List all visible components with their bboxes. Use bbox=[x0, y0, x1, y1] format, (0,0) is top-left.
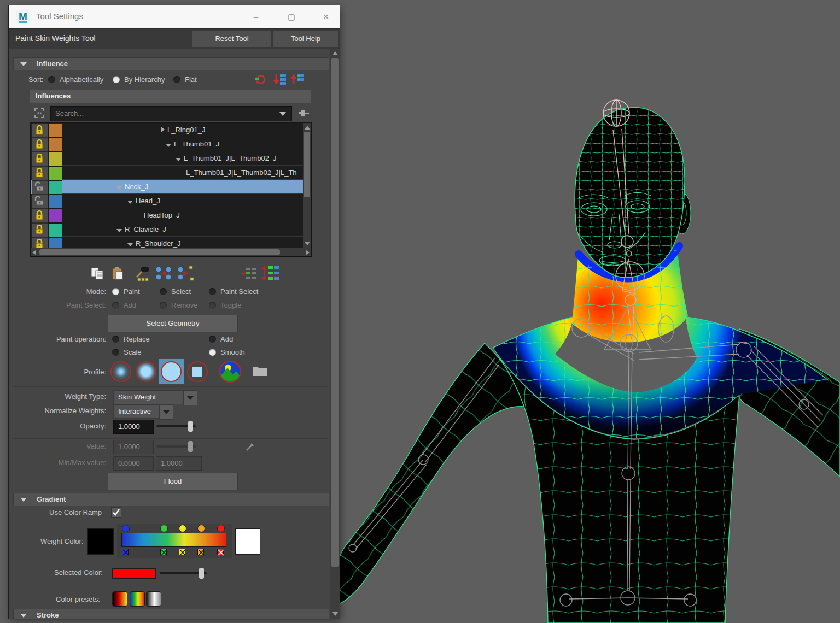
normalize-dropdown-arrow[interactable] bbox=[159, 404, 173, 420]
lock-toggle[interactable] bbox=[32, 166, 48, 180]
stroke-section-header[interactable]: Stroke bbox=[13, 609, 329, 619]
search-dropdown-icon[interactable] bbox=[279, 112, 286, 116]
influence-row[interactable]: HeadTop_J bbox=[31, 208, 294, 222]
influence-color-swatch[interactable] bbox=[48, 166, 62, 180]
influence-row[interactable]: R_Clavicle_J bbox=[31, 222, 294, 237]
selected-color-swatch[interactable] bbox=[112, 568, 156, 579]
move-weights-left-icon[interactable] bbox=[176, 265, 195, 281]
influence-name[interactable]: Head_J bbox=[62, 194, 312, 208]
influence-row[interactable]: L_Thumb01_J|L_Thumb02_J|L_Th bbox=[31, 166, 294, 180]
ramp-marker-circle[interactable] bbox=[179, 525, 186, 532]
brush-solid-selected[interactable] bbox=[159, 359, 184, 384]
lock-toggle[interactable] bbox=[32, 138, 48, 152]
use-color-ramp-checkbox[interactable] bbox=[111, 507, 121, 518]
pin-icon[interactable] bbox=[296, 107, 311, 120]
opacity-slider[interactable] bbox=[156, 425, 196, 427]
influence-name[interactable]: L_Ring01_J bbox=[62, 123, 312, 137]
influence-color-swatch[interactable] bbox=[48, 209, 62, 223]
influence-color-swatch[interactable] bbox=[48, 195, 62, 209]
sort-flat-radio[interactable] bbox=[173, 76, 180, 83]
influences-list[interactable]: L_Ring01_J L_Thumb01_J bbox=[30, 122, 312, 257]
sort-alphabetically-radio[interactable] bbox=[48, 76, 55, 83]
paste-vertex-weights-icon[interactable] bbox=[261, 265, 279, 281]
op-replace-radio[interactable] bbox=[112, 336, 119, 343]
preset-black-red-yellow[interactable] bbox=[112, 591, 127, 607]
tree-expand-icon[interactable] bbox=[127, 243, 133, 246]
brush-soft-icon[interactable] bbox=[136, 361, 156, 382]
op-add-radio[interactable] bbox=[209, 336, 216, 343]
ramp-marker-delete[interactable] bbox=[197, 549, 204, 555]
list-horizontal-scrollbar[interactable] bbox=[31, 248, 311, 256]
preset-rainbow[interactable] bbox=[130, 591, 145, 607]
mode-paint-radio[interactable] bbox=[112, 288, 119, 295]
tree-expand-icon[interactable] bbox=[176, 158, 181, 161]
tree-expand-icon[interactable] bbox=[127, 201, 133, 204]
influence-color-swatch[interactable] bbox=[48, 223, 62, 237]
weight-color-max-swatch[interactable] bbox=[235, 528, 260, 555]
ramp-marker-circle[interactable] bbox=[217, 525, 225, 532]
minimize-button[interactable]: – bbox=[245, 10, 267, 24]
lock-toggle[interactable] bbox=[32, 152, 48, 166]
sort-up-icon[interactable] bbox=[290, 73, 304, 86]
opacity-field[interactable]: 1.0000 bbox=[113, 420, 154, 434]
brush-gaussian-icon[interactable] bbox=[110, 361, 131, 382]
influence-row[interactable]: Neck_J bbox=[31, 180, 294, 194]
select-filter-icon[interactable] bbox=[33, 107, 46, 120]
tree-expand-icon[interactable] bbox=[161, 127, 165, 132]
mode-select-radio[interactable] bbox=[160, 288, 167, 295]
ramp-marker-circle[interactable] bbox=[122, 525, 130, 532]
influence-row[interactable]: L_Thumb01_J|L_Thumb02_J bbox=[31, 151, 294, 166]
ramp-marker-delete[interactable] bbox=[122, 549, 129, 555]
mode-paint-select-radio[interactable] bbox=[209, 288, 216, 295]
move-weights-right-icon[interactable] bbox=[154, 265, 173, 281]
influence-row[interactable]: L_Ring01_J bbox=[31, 123, 294, 137]
paste-weights-icon[interactable] bbox=[110, 266, 127, 281]
influence-name[interactable]: R_Clavicle_J bbox=[62, 222, 312, 237]
influence-name[interactable]: L_Thumb01_J|L_Thumb02_J bbox=[62, 151, 312, 166]
tool-help-button[interactable]: Tool Help bbox=[273, 31, 338, 47]
ramp-marker-delete[interactable] bbox=[179, 549, 185, 555]
copy-weights-icon[interactable] bbox=[90, 266, 106, 281]
tree-expand-icon[interactable] bbox=[166, 144, 171, 147]
weight-color-min-swatch[interactable] bbox=[88, 528, 114, 555]
brush-square-icon[interactable] bbox=[187, 361, 208, 382]
influence-name[interactable]: L_Thumb01_J|L_Thumb02_J|L_Th bbox=[62, 166, 312, 180]
influence-color-swatch[interactable] bbox=[48, 180, 62, 195]
influence-name[interactable]: HeadTop_J bbox=[62, 208, 312, 222]
selected-color-slider[interactable] bbox=[160, 572, 207, 574]
refresh-sort-icon[interactable] bbox=[254, 73, 268, 86]
influence-color-swatch[interactable] bbox=[48, 138, 62, 152]
gradient-section-header[interactable]: Gradient bbox=[13, 493, 329, 506]
influence-row[interactable]: L_Thumb01_J bbox=[31, 137, 294, 151]
close-button[interactable]: ✕ bbox=[315, 10, 337, 24]
influence-section-header[interactable]: Influence bbox=[13, 57, 329, 70]
influence-name[interactable]: L_Thumb01_J bbox=[62, 137, 312, 151]
weight-type-dropdown[interactable]: Skin Weight bbox=[113, 390, 184, 404]
list-vertical-scrollbar[interactable] bbox=[303, 123, 311, 248]
maximize-button[interactable]: ▢ bbox=[281, 10, 302, 24]
lock-toggle[interactable] bbox=[32, 195, 48, 209]
lock-toggle[interactable] bbox=[32, 223, 48, 237]
weight-type-dropdown-arrow[interactable] bbox=[183, 390, 197, 405]
browse-brush-folder-icon[interactable] bbox=[252, 363, 268, 378]
influence-search-field[interactable]: Search... bbox=[50, 106, 292, 121]
sort-down-icon[interactable] bbox=[272, 73, 287, 86]
lock-toggle[interactable] bbox=[32, 180, 48, 195]
select-geometry-button[interactable]: Select Geometry bbox=[108, 315, 238, 332]
ramp-marker-delete[interactable] bbox=[160, 549, 167, 555]
lock-toggle[interactable] bbox=[32, 124, 48, 138]
color-ramp-bar[interactable] bbox=[121, 533, 226, 547]
copy-vertex-weights-icon[interactable] bbox=[240, 266, 257, 280]
op-smooth-radio[interactable] bbox=[209, 349, 216, 356]
influence-color-swatch[interactable] bbox=[48, 124, 62, 138]
influence-name[interactable]: Neck_J bbox=[62, 180, 312, 194]
tree-expand-icon[interactable] bbox=[116, 186, 122, 190]
normalize-dropdown[interactable]: Interactive bbox=[113, 404, 160, 419]
color-ramp-editor[interactable] bbox=[117, 524, 232, 558]
op-scale-radio[interactable] bbox=[112, 349, 119, 356]
ramp-marker-circle[interactable] bbox=[160, 525, 168, 532]
ramp-marker-circle[interactable] bbox=[197, 525, 205, 532]
brush-image-icon[interactable] bbox=[219, 360, 242, 383]
reset-tool-button[interactable]: Reset Tool bbox=[192, 31, 271, 47]
panel-scrollbar[interactable] bbox=[330, 49, 340, 619]
